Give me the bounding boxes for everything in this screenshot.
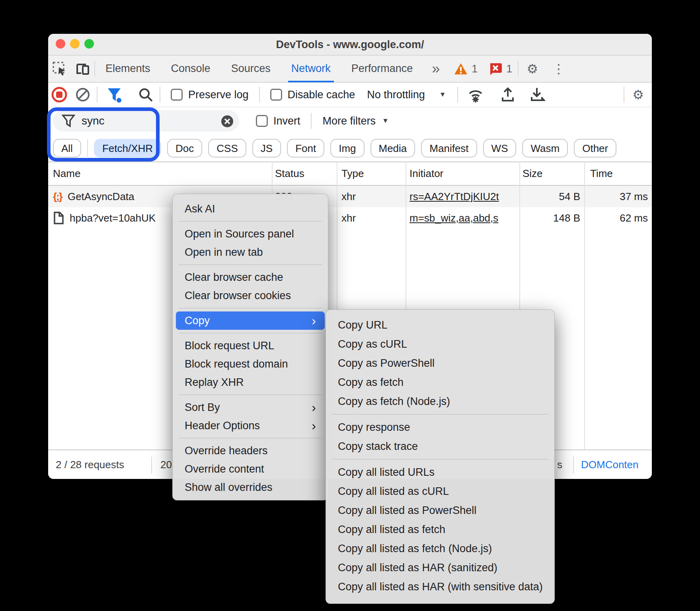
submenu-item-copy-all-listed-as-powershell[interactable]: Copy all listed as PowerShell: [326, 501, 554, 520]
menu-item-clear-browser-cookies[interactable]: Clear browser cookies: [173, 286, 328, 305]
submenu-item-copy-all-listed-as-har-sensitive[interactable]: Copy all listed as HAR (with sensitive d…: [326, 577, 554, 596]
funnel-icon: [62, 114, 75, 128]
checkbox-icon: [270, 89, 282, 101]
menu-item-sort-by[interactable]: Sort By›: [173, 398, 328, 416]
warnings-badge[interactable]: 1: [448, 63, 483, 75]
json-braces-icon: {;}: [53, 186, 62, 207]
settings-gear-icon[interactable]: ⚙: [519, 56, 546, 82]
submenu-item-copy-as-fetch-nodejs[interactable]: Copy as fetch (Node.js): [326, 392, 554, 411]
more-tabs-icon[interactable]: »: [423, 57, 448, 81]
table-row[interactable]: hpba?vet=10ahUK xhr m=sb_wiz,aa,abd,s 14…: [48, 207, 652, 229]
disable-cache-checkbox[interactable]: Disable cache: [270, 89, 355, 101]
invert-label: Invert: [273, 115, 300, 127]
clear-filter-icon[interactable]: [221, 115, 234, 129]
column-header-time[interactable]: Time: [590, 162, 613, 185]
menu-item-open-in-sources[interactable]: Open in Sources panel: [173, 225, 328, 243]
menu-item-clear-browser-cache[interactable]: Clear browser cache: [173, 268, 328, 286]
chip-other[interactable]: Other: [574, 139, 616, 158]
errors-badge[interactable]: 1: [483, 62, 518, 75]
tab-elements[interactable]: Elements: [95, 55, 161, 82]
submenu-item-copy-stack-trace[interactable]: Copy stack trace: [326, 437, 554, 456]
export-har-icon[interactable]: [493, 86, 523, 103]
invert-checkbox[interactable]: Invert: [256, 115, 300, 127]
menu-item-replay-xhr[interactable]: Replay XHR: [173, 373, 328, 391]
filter-input[interactable]: sync: [53, 110, 239, 132]
chip-fetch-xhr[interactable]: Fetch/XHR: [94, 139, 161, 158]
menu-item-override-content[interactable]: Override content: [173, 460, 328, 478]
menu-item-open-in-new-tab[interactable]: Open in new tab: [173, 243, 328, 261]
throttling-select[interactable]: No throttling ▼: [367, 89, 446, 101]
menu-separator: [179, 438, 322, 438]
menu-item-override-headers[interactable]: Override headers: [173, 442, 328, 460]
request-type-cell: xhr: [341, 207, 356, 229]
menu-item-ask-ai[interactable]: Ask AI: [173, 200, 328, 218]
menu-item-show-all-overrides[interactable]: Show all overrides: [173, 478, 328, 496]
submenu-chevron-icon: ›: [312, 417, 316, 434]
chip-doc[interactable]: Doc: [167, 139, 202, 158]
window-title: DevTools - www.google.com/: [276, 34, 424, 56]
chip-all[interactable]: All: [53, 139, 81, 158]
column-header-name[interactable]: Name: [53, 162, 80, 185]
submenu-item-copy-all-listed-as-fetch-nodejs[interactable]: Copy all listed as fetch (Node.js): [326, 539, 554, 558]
network-settings-gear-icon[interactable]: ⚙: [624, 83, 652, 106]
submenu-item-copy-all-listed-as-har-sanitized[interactable]: Copy all listed as HAR (sanitized): [326, 558, 554, 577]
chip-font[interactable]: Font: [287, 139, 324, 158]
submenu-item-copy-all-listed-as-fetch[interactable]: Copy all listed as fetch: [326, 520, 554, 539]
chip-wasm[interactable]: Wasm: [522, 139, 568, 158]
close-window-button[interactable]: [56, 39, 65, 49]
tab-sources[interactable]: Sources: [221, 55, 281, 82]
column-header-status[interactable]: Status: [275, 162, 304, 185]
submenu-item-copy-all-listed-as-curl[interactable]: Copy all listed as cURL: [326, 482, 554, 501]
menu-item-block-request-url[interactable]: Block request URL: [173, 337, 328, 355]
zoom-window-button[interactable]: [84, 39, 94, 49]
requests-count: 2 / 28 requests: [56, 450, 124, 479]
chip-manifest[interactable]: Manifest: [421, 139, 477, 158]
menu-item-header-options[interactable]: Header Options›: [173, 416, 328, 435]
request-initiator-link[interactable]: rs=AA2YrTtDjKIU2t: [409, 186, 499, 207]
menu-separator: [179, 265, 322, 265]
import-har-icon[interactable]: [523, 86, 552, 103]
clear-network-log-icon[interactable]: [69, 87, 97, 103]
chip-js[interactable]: JS: [252, 139, 281, 158]
chevron-down-icon: ▼: [439, 91, 446, 99]
finish-time-fragment: s: [557, 450, 562, 479]
menu-separator: [332, 459, 548, 459]
chip-ws[interactable]: WS: [483, 139, 517, 158]
kebab-menu-icon[interactable]: ⋮: [546, 56, 571, 82]
column-header-size[interactable]: Size: [523, 162, 543, 185]
more-filters-label: More filters: [323, 115, 376, 127]
request-time-cell: 37 ms: [620, 186, 648, 207]
table-row[interactable]: {;}GetAsyncData 200 xhr rs=AA2YrTtDjKIU2…: [48, 186, 652, 207]
filter-toggle-icon[interactable]: [97, 86, 132, 103]
submenu-item-copy-as-curl[interactable]: Copy as cURL: [326, 335, 554, 354]
chip-media[interactable]: Media: [370, 139, 415, 158]
menu-item-copy[interactable]: Copy›: [176, 311, 325, 330]
column-header-initiator[interactable]: Initiator: [409, 162, 443, 185]
device-toolbar-icon[interactable]: [71, 58, 94, 80]
more-filters-dropdown[interactable]: More filters ▼: [323, 115, 389, 127]
record-network-log-icon[interactable]: [50, 86, 69, 103]
error-bubble-icon: [489, 62, 502, 75]
column-header-type[interactable]: Type: [341, 162, 364, 185]
menu-separator: [179, 333, 322, 333]
tab-performance[interactable]: Performance: [341, 55, 423, 82]
submenu-item-copy-url[interactable]: Copy URL: [326, 315, 554, 335]
chip-img[interactable]: Img: [330, 139, 364, 158]
tab-network[interactable]: Network: [281, 55, 341, 82]
search-icon[interactable]: [132, 87, 160, 103]
network-conditions-icon[interactable]: [458, 86, 493, 103]
submenu-item-copy-as-fetch[interactable]: Copy as fetch: [326, 373, 554, 392]
minimize-window-button[interactable]: [70, 39, 80, 49]
submenu-chevron-icon: ›: [312, 312, 316, 329]
submenu-item-copy-all-listed-urls[interactable]: Copy all listed URLs: [326, 463, 554, 482]
preserve-log-checkbox[interactable]: Preserve log: [171, 89, 249, 101]
column-divider[interactable]: [584, 162, 585, 449]
menu-item-block-request-domain[interactable]: Block request domain: [173, 355, 328, 373]
submenu-item-copy-response[interactable]: Copy response: [326, 418, 554, 437]
inspect-element-icon[interactable]: [48, 58, 71, 80]
tab-console[interactable]: Console: [161, 55, 221, 82]
request-initiator-link[interactable]: m=sb_wiz,aa,abd,s: [409, 207, 498, 229]
chip-css[interactable]: CSS: [208, 139, 246, 158]
network-filter-row: sync Invert More filters ▼: [48, 107, 652, 134]
submenu-item-copy-as-powershell[interactable]: Copy as PowerShell: [326, 354, 554, 373]
